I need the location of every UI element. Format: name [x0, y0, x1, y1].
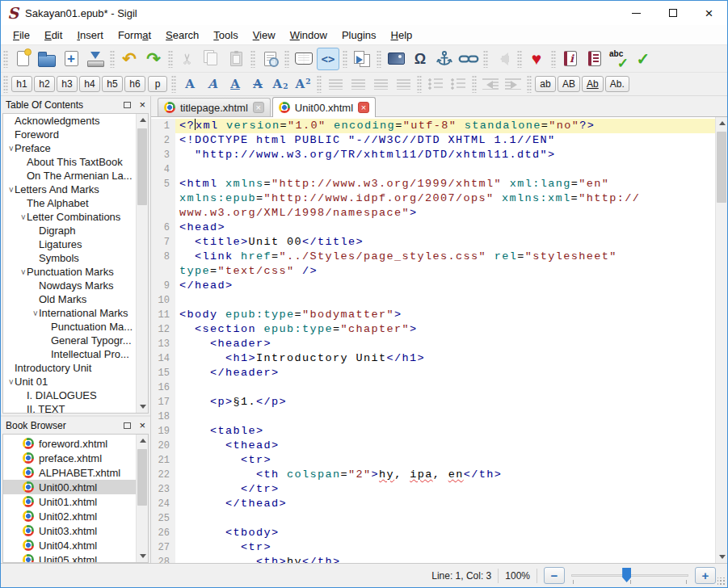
book-view-button[interactable]	[292, 48, 315, 70]
file-item[interactable]: Unit00.xhtml	[3, 480, 148, 494]
bold-button[interactable]: A	[179, 74, 200, 94]
toc-item[interactable]: Intellectual Pro...	[3, 347, 148, 361]
toc-item[interactable]: Introductory Unit	[3, 361, 148, 375]
code-line[interactable]: 13 <header>	[151, 337, 715, 351]
expand-arrow-icon[interactable]: >	[32, 309, 40, 317]
scroll-up-icon[interactable]	[716, 117, 727, 129]
uppercase-button[interactable]: AB	[558, 74, 580, 94]
scroll-up-icon[interactable]	[137, 435, 149, 447]
donate-button[interactable]: ♥	[525, 48, 548, 70]
tab-titlepage[interactable]: titlepage.xhtml ×	[158, 98, 271, 116]
insert-image-button[interactable]	[385, 48, 407, 70]
paragraph-button[interactable]: p	[147, 74, 168, 94]
heading-3-button[interactable]: h3	[57, 74, 78, 94]
code-line[interactable]: 2<!DOCTYPE html PUBLIC "-//W3C//DTD XHTM…	[151, 133, 715, 148]
file-item[interactable]: Unit05.xhtml	[3, 552, 148, 563]
tab-unit00[interactable]: Unit00.xhtml ×	[272, 97, 376, 117]
tab-close-icon[interactable]: ×	[253, 102, 264, 113]
toc-editor-button[interactable]	[583, 48, 606, 70]
new-epub-button[interactable]	[11, 48, 34, 70]
menu-tools[interactable]: Tools	[206, 27, 245, 44]
toc-item[interactable]: The Alphabet	[3, 196, 148, 210]
align-center-button[interactable]	[347, 74, 368, 94]
toc-item[interactable]: Punctuation Ma...	[3, 320, 148, 334]
book-browser-scrollbar[interactable]	[136, 435, 148, 562]
toc-item[interactable]: Digraph	[3, 224, 148, 237]
toc-item[interactable]: >Unit 01	[3, 375, 148, 388]
code-line[interactable]: 16	[151, 380, 715, 395]
file-item[interactable]: Unit01.xhtml	[3, 494, 148, 509]
code-line[interactable]: 5<html xmlns="http://www.w3.org/1999/xht…	[151, 177, 715, 191]
toc-item[interactable]: Symbols	[3, 251, 148, 265]
minimize-button[interactable]	[618, 1, 654, 25]
toc-item[interactable]: Acknowledgments	[3, 114, 148, 128]
toc-item[interactable]: General Typogr...	[3, 334, 148, 347]
capitalize-button[interactable]: Ab	[582, 74, 604, 94]
file-item[interactable]: preface.xhtml	[3, 451, 148, 465]
go-back-button[interactable]	[491, 48, 514, 70]
code-line[interactable]: 19 <table>	[151, 424, 715, 439]
heading-2-button[interactable]: h2	[34, 74, 55, 94]
align-justify-button[interactable]	[393, 74, 414, 94]
superscript-button[interactable]: A2	[292, 74, 314, 94]
insert-anchor-button[interactable]	[433, 48, 456, 70]
book-browser-close-icon[interactable]: ×	[137, 420, 147, 430]
code-line[interactable]: 23 </tr>	[151, 482, 715, 497]
redo-button[interactable]: ↷	[142, 48, 165, 70]
toc-item[interactable]: About This TaxtBook	[3, 155, 148, 169]
code-line[interactable]: 8 <link href="../Styles/page_styles.css"…	[151, 250, 715, 264]
toc-item[interactable]: Nowdays Marks	[3, 279, 148, 292]
toc-item[interactable]: Old Marks	[3, 292, 148, 306]
expand-arrow-icon[interactable]: >	[7, 186, 15, 193]
bulleted-list-button[interactable]	[425, 74, 446, 94]
editor-scrollbar[interactable]	[715, 117, 727, 563]
menu-view[interactable]: View	[246, 27, 283, 44]
code-line[interactable]: 24 </thead>	[151, 497, 715, 511]
save-button[interactable]	[84, 48, 107, 70]
toc-item[interactable]: Foreword	[3, 128, 148, 141]
book-browser-scroll-thumb[interactable]	[137, 449, 147, 506]
increase-indent-button[interactable]	[503, 74, 524, 94]
expand-arrow-icon[interactable]: >	[19, 213, 27, 220]
maximize-button[interactable]	[654, 1, 691, 25]
code-line[interactable]: 22 <th colspan="2">hy, ipa, en</th>	[151, 468, 715, 482]
lowercase-button[interactable]: ab	[535, 74, 556, 94]
code-line[interactable]: xmlns:epub="http://www.idpf.org/2007/ops…	[151, 191, 715, 206]
code-line[interactable]: 9</head>	[151, 279, 715, 293]
insert-link-button[interactable]	[457, 48, 480, 70]
propercase-button[interactable]: Ab.	[605, 74, 629, 94]
find-replace-button[interactable]	[259, 48, 281, 70]
code-line[interactable]: 28 <th>hy</th>	[151, 555, 715, 563]
toc-float-icon[interactable]	[124, 102, 131, 108]
toc-item[interactable]: >Letters And Marks	[3, 183, 148, 196]
toc-scroll-thumb[interactable]	[137, 128, 147, 205]
book-browser-float-icon[interactable]	[124, 422, 131, 429]
code-line[interactable]: 17 <p>§1.</p>	[151, 395, 715, 410]
toc-item[interactable]: >Letter Combinations	[3, 210, 148, 224]
decrease-indent-button[interactable]	[480, 74, 501, 94]
expand-arrow-icon[interactable]: >	[7, 378, 15, 385]
expand-arrow-icon[interactable]: >	[19, 268, 27, 275]
split-at-cursor-button[interactable]	[351, 48, 373, 70]
menu-insert[interactable]: Insert	[69, 27, 111, 44]
toc-item[interactable]: Ligatures	[3, 237, 148, 251]
file-item[interactable]: ALPHABET.xhtml	[3, 465, 148, 480]
code-line[interactable]: 21 <tr>	[151, 453, 715, 468]
heading-4-button[interactable]: h4	[79, 74, 100, 94]
numbered-list-button[interactable]	[448, 74, 469, 94]
toc-item[interactable]: I. DIALOGUES	[3, 388, 148, 402]
well-formed-check-button[interactable]: ✓	[632, 48, 654, 70]
strikethrough-button[interactable]: A	[247, 74, 268, 94]
toc-item[interactable]: >Preface	[3, 141, 148, 155]
scroll-up-icon[interactable]	[137, 114, 149, 126]
code-line[interactable]: 3 "http://www.w3.org/TR/xhtml11/DTD/xhtm…	[151, 148, 715, 162]
code-line[interactable]: 1<?xml version="1.0" encoding="utf-8" st…	[151, 119, 715, 133]
code-line[interactable]: 14 <h1>Introductory Unit</h1>	[151, 351, 715, 366]
zoom-slider[interactable]	[571, 567, 688, 584]
scroll-down-icon[interactable]	[137, 550, 149, 562]
cut-button[interactable]: ✂	[176, 48, 199, 70]
undo-button[interactable]: ↶	[118, 48, 141, 70]
expand-arrow-icon[interactable]: >	[7, 145, 15, 152]
copy-button[interactable]	[200, 48, 223, 70]
code-line[interactable]: 27 <tr>	[151, 540, 715, 555]
